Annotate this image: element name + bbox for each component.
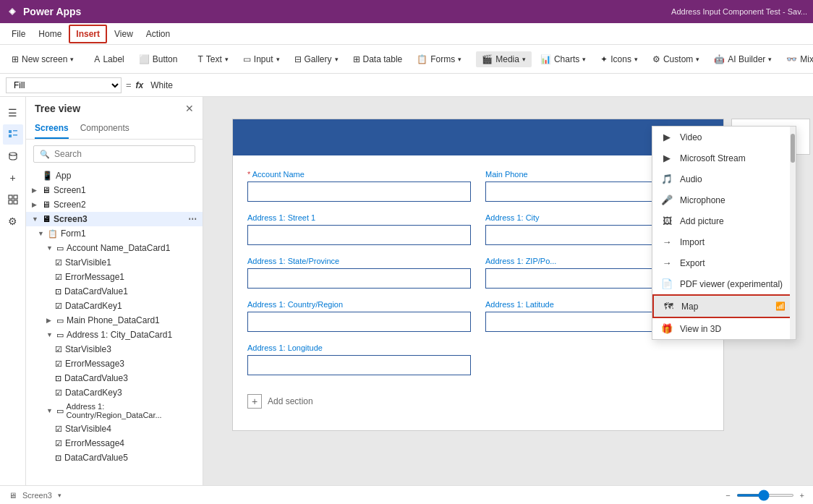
- icons-button[interactable]: ✦ Icons ▾: [595, 51, 644, 67]
- stream-icon: ▶: [661, 153, 673, 163]
- forms-btn-label: Forms: [430, 54, 455, 64]
- tree-view-button[interactable]: [3, 124, 23, 145]
- audio-label: Audio: [680, 174, 702, 184]
- input-state[interactable]: [247, 268, 471, 289]
- form-canvas[interactable]: Account Name Main Phone Address 1: Stree…: [232, 119, 724, 431]
- tree-item-datacardvalue1[interactable]: ⊡ DataCardValue1: [26, 284, 203, 299]
- tree-item-mainphone-datacard[interactable]: ▶ ▭ Main Phone_DataCard1: [26, 313, 203, 328]
- label-button[interactable]: A Label: [88, 51, 129, 67]
- menu-home[interactable]: Home: [33, 26, 67, 42]
- input-country[interactable]: [247, 312, 471, 332]
- tree-item-account-datacard[interactable]: ▼ ▭ Account Name_DataCard1: [26, 241, 203, 255]
- forms-button[interactable]: 📋 Forms ▾: [411, 51, 467, 67]
- icons-chevron-icon: ▾: [634, 56, 638, 63]
- dropdown-item-pdf[interactable]: 📄 PDF viewer (experimental): [652, 273, 796, 294]
- tree-item-starvisible3[interactable]: ☑ StarVisible3: [26, 342, 203, 356]
- dropdown-item-microphone[interactable]: 🎤 Microphone: [652, 189, 796, 210]
- new-screen-chevron-icon: ▾: [70, 56, 74, 63]
- panel-title: Tree view: [35, 103, 80, 114]
- country-icon: ▭: [56, 406, 64, 416]
- search-input[interactable]: [54, 149, 189, 159]
- dropdown-item-import[interactable]: → Import: [652, 231, 796, 252]
- tree-item-country-datacard[interactable]: ▼ ▭ Address 1: Country/Region_DataCar...: [26, 400, 203, 422]
- data-sources-icon: [7, 150, 19, 162]
- data-table-button[interactable]: ⊞ Data table: [347, 51, 409, 67]
- button-icon: ⬜: [139, 54, 150, 64]
- tree-item-errormessage4[interactable]: ☑ ErrorMessage4: [26, 436, 203, 450]
- panel-close-button[interactable]: ✕: [185, 103, 194, 114]
- menu-action[interactable]: Action: [140, 26, 176, 42]
- input-longitude[interactable]: [247, 355, 471, 375]
- charts-button[interactable]: 📊 Charts ▾: [535, 51, 592, 67]
- view3d-icon: 🎁: [661, 323, 673, 334]
- input-street1[interactable]: [247, 225, 471, 245]
- dropdown-item-map[interactable]: 🗺 Map 📶: [652, 294, 796, 318]
- screen3-options-icon[interactable]: ⋯: [188, 214, 197, 224]
- text-button[interactable]: T Text ▾: [192, 51, 234, 67]
- zoom-slider[interactable]: [736, 494, 794, 497]
- tree-item-screen3[interactable]: ▼ 🖥 Screen3 ⋯: [26, 212, 203, 226]
- screen-icon: 🖥: [9, 491, 17, 500]
- tree-item-errormessage3[interactable]: ☑ ErrorMessage3: [26, 356, 203, 371]
- formula-input[interactable]: [150, 80, 807, 90]
- add-section-button[interactable]: + Add section: [247, 387, 709, 416]
- custom-chevron-icon: ▾: [696, 56, 699, 63]
- property-dropdown[interactable]: Fill: [6, 77, 122, 93]
- menu-view[interactable]: View: [108, 26, 139, 42]
- tree-item-city-datacard[interactable]: ▼ ▭ Address 1: City_DataCard1: [26, 328, 203, 342]
- panel-header: Tree view ✕: [26, 97, 203, 120]
- ai-chevron-icon: ▾: [768, 56, 772, 63]
- powerapps-logo-icon: [6, 5, 19, 18]
- dropdown-item-export[interactable]: → Export: [652, 252, 796, 273]
- menu-insert[interactable]: Insert: [69, 25, 107, 43]
- hamburger-menu-button[interactable]: ☰: [3, 103, 23, 123]
- gallery-button[interactable]: ⊟ Gallery ▾: [289, 51, 344, 67]
- input-account-name[interactable]: [247, 181, 471, 202]
- gallery-btn-label: Gallery: [305, 54, 332, 64]
- tree-item-starvisible1[interactable]: ☑ StarVisible1: [26, 255, 203, 270]
- form1-chevron-icon: ▼: [38, 230, 45, 237]
- zoom-minus-button[interactable]: −: [725, 491, 730, 500]
- tree-item-datacardkey1[interactable]: ☑ DataCardKey1: [26, 299, 203, 313]
- screen3-icon: 🖥: [42, 214, 51, 224]
- label-icon: A: [94, 54, 100, 64]
- zoom-plus-button[interactable]: +: [800, 491, 804, 500]
- tree-item-screen2[interactable]: ▶ 🖥 Screen2: [26, 197, 203, 212]
- screen1-label: Screen1: [54, 185, 86, 195]
- data-sources-button[interactable]: [3, 146, 23, 166]
- tree-item-datacardvalue3[interactable]: ⊡ DataCardValue3: [26, 371, 203, 385]
- dropdown-scrollbar[interactable]: [790, 127, 796, 339]
- tree-item-datacardkey3[interactable]: ☑ DataCardKey3: [26, 385, 203, 400]
- custom-button[interactable]: ⚙ Custom ▾: [647, 51, 705, 67]
- button-button[interactable]: ⬜ Button: [133, 51, 184, 67]
- tree-item-app[interactable]: 📱 App: [26, 168, 203, 183]
- add-section-icon: +: [247, 394, 262, 409]
- screen2-chevron-icon: ▶: [32, 201, 39, 208]
- tree-item-datacardvalue5[interactable]: ⊡ DataCardValue5: [26, 450, 203, 465]
- screen2-label: Screen2: [54, 200, 86, 210]
- new-screen-button[interactable]: ⊞ New screen ▾: [6, 51, 80, 67]
- dropdown-item-3d[interactable]: 🎁 View in 3D: [652, 318, 796, 339]
- settings-button[interactable]: ⚙: [3, 211, 23, 231]
- dropdown-item-add-picture[interactable]: 🖼 Add picture: [652, 210, 796, 231]
- screen-dropdown-icon[interactable]: ▾: [58, 492, 61, 499]
- ai-icon: 🤖: [714, 54, 725, 64]
- media-button[interactable]: 🎬 Media ▾: [476, 51, 532, 67]
- dropdown-item-video[interactable]: ▶ Video: [652, 127, 796, 148]
- ai-builder-button[interactable]: 🤖 AI Builder ▾: [708, 51, 778, 67]
- mixed-reality-button[interactable]: 👓 Mixed Reality ▾: [780, 51, 813, 67]
- tree-item-errormessage1[interactable]: ☑ ErrorMessage1: [26, 270, 203, 284]
- errormessage1-icon: ☑: [55, 273, 62, 282]
- dropdown-item-audio[interactable]: 🎵 Audio: [652, 168, 796, 189]
- tree-item-starvisible4[interactable]: ☑ StarVisible4: [26, 422, 203, 436]
- components-button[interactable]: [3, 189, 23, 210]
- tab-components[interactable]: Components: [80, 120, 129, 139]
- menu-file[interactable]: File: [6, 26, 31, 42]
- tree-item-screen1[interactable]: ▶ 🖥 Screen1: [26, 183, 203, 197]
- tree-item-form1[interactable]: ▼ 📋 Form1: [26, 226, 203, 241]
- tab-screens[interactable]: Screens: [35, 120, 69, 139]
- input-button[interactable]: ▭ Input ▾: [237, 51, 286, 67]
- dropdown-item-stream[interactable]: ▶ Microsoft Stream: [652, 148, 796, 168]
- form1-icon: 📋: [48, 229, 58, 239]
- insert-button-icon[interactable]: +: [3, 168, 23, 188]
